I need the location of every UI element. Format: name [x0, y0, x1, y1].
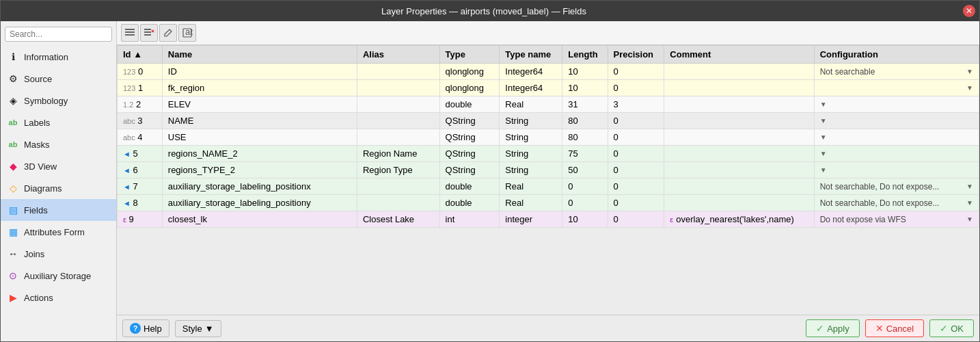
cell-name[interactable]: auxiliary_storage_labeling_positiony — [162, 195, 357, 211]
sidebar-item-source[interactable]: ⚙ Source — [1, 68, 116, 90]
style-button[interactable]: Style ▼ — [175, 320, 221, 337]
cell-alias[interactable] — [357, 96, 439, 113]
cell-name[interactable]: fk_region — [162, 80, 357, 96]
cancel-button[interactable]: ✕ Cancel — [865, 319, 924, 337]
cell-config[interactable]: ▼ — [814, 96, 979, 113]
cell-comment[interactable] — [664, 129, 814, 146]
cell-typename: String — [500, 146, 562, 162]
calculate-button[interactable]: ab — [178, 24, 196, 42]
cell-alias[interactable]: Region Type — [357, 162, 439, 179]
cell-alias[interactable]: Closest Lake — [357, 211, 439, 228]
apply-button[interactable]: ✓ Apply — [806, 319, 860, 337]
ok-button[interactable]: ✓ OK — [929, 319, 974, 337]
sidebar-item-fields[interactable]: ▤ Fields — [1, 199, 116, 221]
cell-comment[interactable] — [664, 179, 814, 195]
main-window: Layer Properties — airports (moved_label… — [0, 0, 980, 342]
table-row: abc 3 NAME QString String 80 0 ▼ — [118, 113, 979, 129]
col-header-comment[interactable]: Comment — [664, 46, 814, 64]
masks-icon: ab — [6, 137, 20, 151]
cell-config[interactable]: ▼ — [814, 129, 979, 146]
new-field-button[interactable] — [121, 24, 139, 42]
cell-type: QString — [439, 113, 500, 129]
cell-alias[interactable] — [357, 80, 439, 96]
col-header-configuration[interactable]: Configuration — [814, 46, 979, 64]
cell-alias[interactable] — [357, 129, 439, 146]
actions-icon: ▶ — [6, 291, 20, 304]
sidebar-item-information[interactable]: ℹ Information — [1, 46, 116, 68]
sidebar-item-symbology[interactable]: ◈ Symbology — [1, 90, 116, 111]
sidebar-label-auxiliary-storage: Auxiliary Storage — [24, 271, 91, 281]
help-icon: ? — [130, 323, 141, 334]
cell-comment[interactable] — [664, 113, 814, 129]
sidebar-item-diagrams[interactable]: ◇ Diagrams — [1, 177, 116, 199]
sidebar-item-joins[interactable]: ↔ Joins — [1, 243, 116, 265]
cell-name[interactable]: regions_TYPE_2 — [162, 162, 357, 179]
cell-name[interactable]: ELEV — [162, 96, 357, 113]
cell-id: abc 4 — [118, 129, 163, 146]
cell-name[interactable]: auxiliary_storage_labeling_positionx — [162, 179, 357, 195]
cell-id: 123 1 — [118, 80, 163, 96]
cell-name[interactable]: closest_lk — [162, 211, 357, 228]
col-header-id[interactable]: Id ▲ — [118, 46, 163, 64]
cell-precision: 3 — [608, 96, 664, 113]
edit-button[interactable] — [159, 24, 177, 42]
cell-config[interactable]: Not searchable, Do not expose... ▼ — [814, 195, 979, 211]
cell-name[interactable] — [162, 64, 357, 80]
col-header-type[interactable]: Type — [439, 46, 500, 64]
cell-name[interactable]: regions_NAME_2 — [162, 146, 357, 162]
sidebar-label-attributes-form: Attributes Form — [24, 227, 85, 237]
cell-comment[interactable]: ε overlay_nearest('lakes',name) — [664, 211, 814, 228]
cell-comment[interactable] — [664, 96, 814, 113]
close-button[interactable]: ✕ — [963, 5, 975, 17]
cell-name[interactable]: USE — [162, 129, 357, 146]
cell-comment[interactable] — [664, 195, 814, 211]
cell-config[interactable]: Not searchable, Do not expose... ▼ — [814, 179, 979, 195]
cell-typename: String — [500, 162, 562, 179]
col-header-alias[interactable]: Alias — [357, 46, 439, 64]
sidebar-item-labels[interactable]: ab Labels — [1, 111, 116, 133]
cell-config[interactable]: ▼ — [814, 113, 979, 129]
sidebar-item-attributes-form[interactable]: ▦ Attributes Form — [1, 221, 116, 243]
help-button[interactable]: ? Help — [122, 319, 169, 337]
information-icon: ℹ — [6, 50, 20, 64]
window-title: Layer Properties — airports (moved_label… — [5, 6, 963, 16]
cell-config[interactable]: ▼ — [814, 146, 979, 162]
sidebar-item-masks[interactable]: ab Masks — [1, 133, 116, 155]
cell-alias[interactable] — [357, 113, 439, 129]
delete-field-button[interactable] — [140, 24, 158, 42]
cell-alias[interactable] — [357, 179, 439, 195]
cell-name[interactable]: NAME — [162, 113, 357, 129]
cell-alias[interactable] — [357, 195, 439, 211]
cell-length: 10 — [562, 211, 608, 228]
style-label: Style — [182, 324, 202, 334]
cell-comment[interactable] — [664, 64, 814, 80]
cell-type: int — [439, 211, 500, 228]
cell-comment[interactable] — [664, 80, 814, 96]
sidebar-label-actions: Actions — [24, 293, 53, 303]
sidebar-item-3dview[interactable]: ◆ 3D View — [1, 155, 116, 177]
name-input[interactable] — [168, 66, 351, 77]
cell-config[interactable]: Do not expose via WFS ▼ — [814, 211, 979, 228]
sidebar-label-labels: Labels — [24, 118, 50, 128]
cell-comment[interactable] — [664, 162, 814, 179]
cell-comment[interactable] — [664, 146, 814, 162]
cell-config[interactable]: Not searchable ▼ — [814, 64, 979, 80]
col-header-length[interactable]: Length — [562, 46, 608, 64]
col-header-precision[interactable]: Precision — [608, 46, 664, 64]
col-header-typename[interactable]: Type name — [500, 46, 562, 64]
cell-length: 0 — [562, 195, 608, 211]
cell-precision: 0 — [608, 129, 664, 146]
sidebar-search[interactable] — [5, 27, 112, 42]
cell-alias[interactable]: Region Name — [357, 146, 439, 162]
cell-alias[interactable] — [357, 64, 439, 80]
cell-config[interactable]: ▼ — [814, 80, 979, 96]
style-dropdown-icon: ▼ — [205, 324, 214, 334]
table-row: ◄ 5 regions_NAME_2 Region Name QString S… — [118, 146, 979, 162]
cell-config[interactable]: ▼ — [814, 162, 979, 179]
cell-type: QString — [439, 146, 500, 162]
sidebar-item-actions[interactable]: ▶ Actions — [1, 287, 116, 308]
sidebar-item-auxiliary-storage[interactable]: ⊙ Auxiliary Storage — [1, 265, 116, 287]
joins-icon: ↔ — [6, 247, 20, 261]
col-header-name[interactable]: Name — [162, 46, 357, 64]
apply-check-icon: ✓ — [816, 323, 824, 334]
